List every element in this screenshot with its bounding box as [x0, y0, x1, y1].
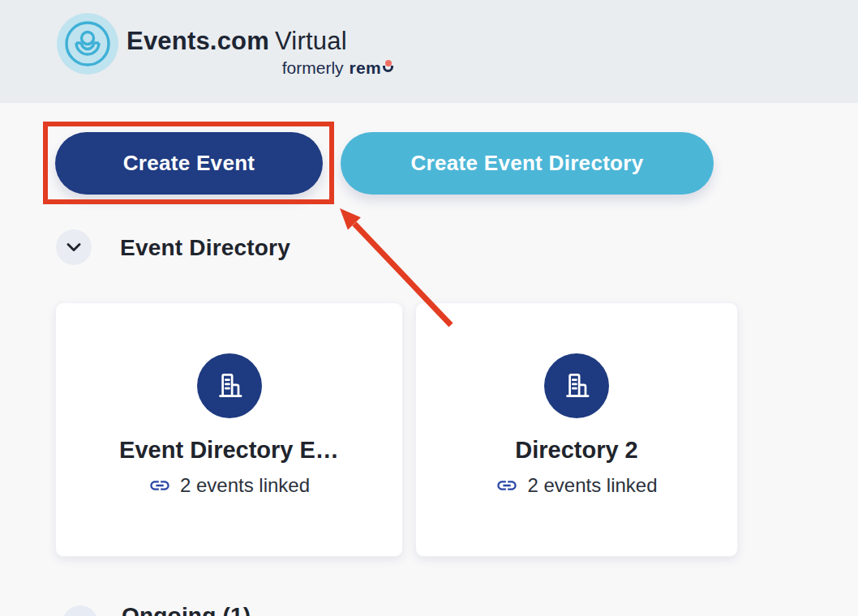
event-directory-collapse-button[interactable] — [56, 229, 92, 265]
link-icon — [148, 474, 171, 497]
create-event-button[interactable]: Create Event — [55, 132, 323, 195]
directory-avatar — [197, 353, 262, 418]
brand-suffix: Virtual — [275, 27, 347, 55]
linked-events-row: 2 events linked — [148, 474, 310, 497]
directory-avatar — [544, 353, 609, 418]
logo-glyph-icon — [57, 13, 118, 75]
create-event-directory-button[interactable]: Create Event Directory — [341, 132, 714, 195]
tagline-brand: rem — [350, 58, 381, 78]
brand-block: Events.comVirtual formerly rem — [127, 27, 394, 78]
linked-events-label: 2 events linked — [180, 474, 310, 497]
app-canvas: Events.comVirtual formerly rem Create Ev… — [0, 0, 858, 616]
brand-name: Events.com — [127, 27, 269, 55]
ongoing-collapse-button[interactable] — [62, 605, 98, 616]
brand-tagline: formerly rem — [127, 58, 394, 78]
ongoing-section-title: Ongoing (1) — [122, 603, 251, 616]
linked-events-label: 2 events linked — [527, 474, 657, 497]
brand-title: Events.comVirtual — [127, 27, 394, 56]
event-directory-section-title: Event Directory — [120, 235, 290, 261]
event-directory-card-2[interactable]: Directory 2 2 events linked — [415, 302, 738, 557]
app-header: Events.comVirtual formerly rem — [0, 0, 858, 103]
events-com-logo-icon[interactable] — [57, 13, 118, 75]
tagline-prefix: formerly — [282, 58, 344, 78]
link-icon — [495, 474, 518, 497]
linked-events-row: 2 events linked — [495, 474, 657, 497]
building-icon — [211, 367, 248, 404]
smiley-arc — [383, 66, 393, 72]
directory-card-title: Event Directory E… — [119, 437, 339, 464]
directory-card-title: Directory 2 — [515, 437, 638, 464]
remo-smiley-o-icon — [382, 60, 394, 74]
building-icon — [558, 367, 595, 404]
chevron-down-icon — [63, 237, 84, 258]
event-directory-card-1[interactable]: Event Directory E… 2 events linked — [55, 302, 403, 557]
